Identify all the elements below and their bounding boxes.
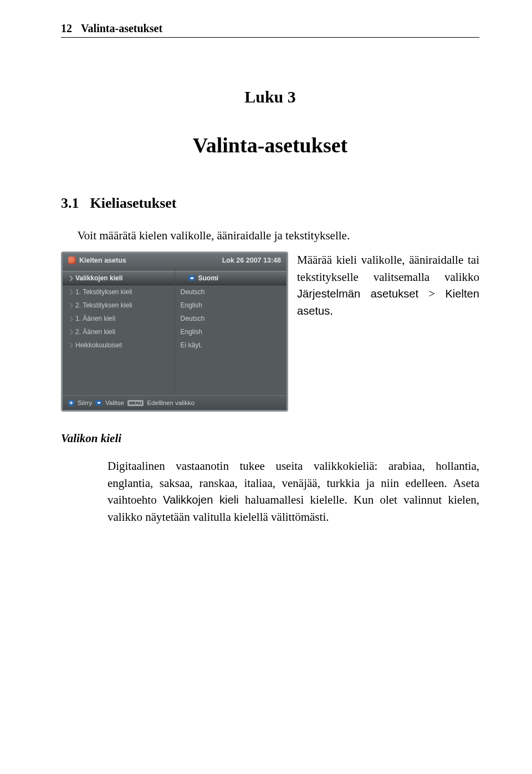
left-item[interactable]: Heikkokuuloiset [63, 339, 175, 352]
left-item[interactable]: 1. Tekstityksen kieli [63, 285, 175, 299]
right-item[interactable]: English [175, 325, 287, 339]
intro-paragraph: Voit määrätä kielen valikolle, ääniraida… [61, 227, 479, 244]
side-paragraph: Määrää kieli valikolle, ääniraidalle tai… [297, 252, 479, 322]
screenshot-left-column: Valikkojen kieli 1. Tekstityksen kieli 2… [63, 268, 175, 395]
screenshot-footer: ✥ Siirry Valitse MENU Edellinen valikko [63, 395, 287, 410]
section-number: 3.1 [61, 195, 79, 212]
chapter-label: Luku 3 [61, 88, 479, 106]
figure-and-text-block: Kielten asetus Lok 26 2007 13:48 Valikko… [61, 252, 479, 412]
section-title: Kieliasetukset [90, 195, 177, 212]
menu-chip-icon: MENU [127, 400, 144, 406]
chevron-right-icon [68, 342, 73, 348]
chevron-right-icon [68, 303, 73, 308]
satellite-icon [68, 257, 76, 264]
screenshot-title: Kielten asetus [79, 257, 126, 264]
right-item[interactable]: Ei käyt. [175, 339, 287, 352]
left-item[interactable]: 2. Tekstityksen kieli [63, 299, 175, 312]
running-header: 12 Valinta-asetukset [61, 22, 479, 38]
left-item[interactable]: 1. Äänen kieli [63, 312, 175, 325]
left-right-icon [95, 400, 102, 406]
settings-screenshot: Kielten asetus Lok 26 2007 13:48 Valikko… [61, 252, 288, 412]
chevron-right-icon [68, 275, 73, 281]
footer-back-label: Edellinen valikko [147, 399, 195, 406]
right-item[interactable]: Deutsch [175, 312, 287, 325]
section-heading: 3.1 Kieliasetukset [61, 195, 479, 212]
screenshot-columns: Valikkojen kieli 1. Tekstityksen kieli 2… [63, 268, 287, 395]
screenshot-titlebar: Kielten asetus Lok 26 2007 13:48 [63, 253, 287, 268]
chapter-title: Valinta-asetukset [61, 133, 479, 157]
chevron-right-icon [68, 289, 73, 295]
body-paragraph: Digitaalinen vastaanotin tukee useita va… [61, 458, 479, 525]
header-title: Valinta-asetukset [81, 22, 162, 35]
footer-move-label: Siirry [78, 399, 92, 406]
right-item-selected[interactable]: Suomi [175, 271, 287, 285]
screenshot-right-column: Suomi Deutsch English Deutsch English Ei… [175, 268, 287, 395]
footer-select-label: Valitse [105, 399, 124, 406]
subheading: Valikon kieli [61, 432, 479, 445]
left-item[interactable]: 2. Äänen kieli [63, 325, 175, 339]
page-number: 12 [61, 22, 72, 35]
left-right-icon [188, 275, 195, 281]
chevron-right-icon [68, 316, 73, 321]
right-item[interactable]: Deutsch [175, 285, 287, 299]
screenshot-timestamp: Lok 26 2007 13:48 [222, 257, 281, 264]
nav-arrows-icon: ✥ [68, 400, 74, 406]
right-item[interactable]: English [175, 299, 287, 312]
chevron-right-icon [68, 329, 73, 335]
left-item-selected[interactable]: Valikkojen kieli [63, 271, 175, 285]
